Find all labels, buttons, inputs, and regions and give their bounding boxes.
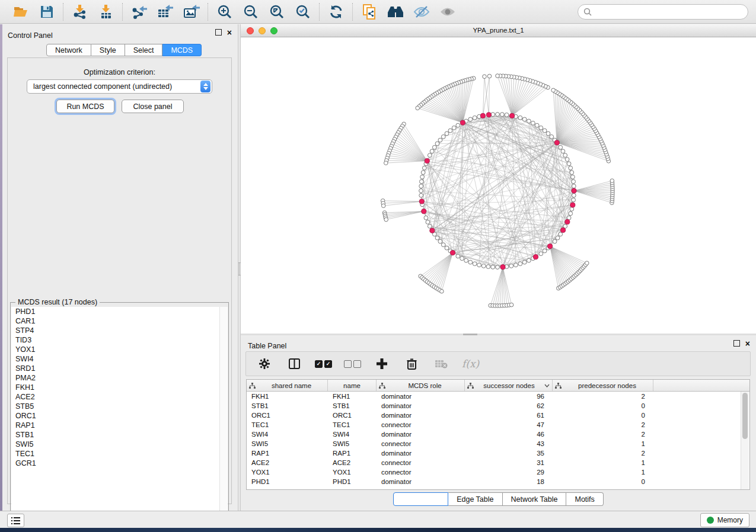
table-row[interactable]: FKH1FKH1dominator962 bbox=[247, 392, 749, 401]
cell-name[interactable]: YOX1 bbox=[328, 469, 377, 476]
zoom-fit-icon[interactable] bbox=[268, 4, 286, 20]
search-field[interactable] bbox=[578, 4, 748, 20]
cell-shared-name[interactable]: ORC1 bbox=[247, 412, 328, 419]
deselect-all-checkboxes-icon[interactable] bbox=[344, 360, 361, 368]
result-node-item[interactable]: YOX1 bbox=[11, 345, 219, 354]
import-network-icon[interactable] bbox=[71, 4, 89, 20]
result-node-item[interactable]: SRD1 bbox=[11, 364, 219, 373]
cell-MCDS-role[interactable]: connector bbox=[377, 469, 465, 476]
cell-shared-name[interactable]: STB1 bbox=[247, 402, 328, 409]
cell-successor-nodes[interactable]: 35 bbox=[465, 450, 553, 457]
float-panel-icon[interactable] bbox=[215, 29, 222, 36]
column-header-shared-name[interactable]: shared name bbox=[247, 380, 328, 391]
split-columns-icon[interactable] bbox=[285, 355, 303, 372]
cell-MCDS-role[interactable]: dominator bbox=[377, 412, 465, 419]
column-header-successor-nodes[interactable]: successor nodes bbox=[465, 380, 553, 391]
float-panel-icon[interactable] bbox=[733, 340, 740, 347]
cell-MCDS-role[interactable]: dominator bbox=[377, 393, 465, 400]
run-mcds-button[interactable]: Run MCDS bbox=[56, 100, 114, 113]
close-panel-icon[interactable]: × bbox=[745, 341, 750, 347]
zoom-selected-icon[interactable] bbox=[294, 4, 312, 20]
result-node-item[interactable]: STB5 bbox=[11, 402, 219, 411]
criterion-dropdown[interactable]: largest connected component (undirected) bbox=[27, 79, 212, 94]
column-header-MCDS-role[interactable]: MCDS role bbox=[377, 380, 465, 391]
cell-predecessor-nodes[interactable]: 0 bbox=[553, 402, 653, 409]
cell-successor-nodes[interactable]: 47 bbox=[465, 421, 553, 428]
result-node-item[interactable]: PHD1 bbox=[11, 307, 219, 316]
export-image-icon[interactable] bbox=[183, 4, 200, 20]
cell-shared-name[interactable]: PHD1 bbox=[247, 478, 328, 485]
show-all-eye-icon[interactable] bbox=[439, 4, 457, 20]
table-row[interactable]: TEC1TEC1connector472 bbox=[247, 420, 749, 430]
add-column-icon[interactable] bbox=[373, 355, 391, 372]
result-node-item[interactable]: SWI5 bbox=[11, 440, 219, 449]
table-row[interactable]: SWI4SWI4dominator462 bbox=[247, 430, 749, 439]
cell-MCDS-role[interactable]: connector bbox=[377, 459, 465, 466]
tab-network-table[interactable]: Network Table bbox=[503, 492, 567, 506]
cell-name[interactable]: SWI4 bbox=[328, 431, 377, 438]
tab-edge-table[interactable]: Edge Table bbox=[448, 492, 502, 506]
cell-shared-name[interactable]: YOX1 bbox=[247, 469, 328, 476]
cell-shared-name[interactable]: SWI4 bbox=[247, 431, 328, 438]
result-node-item[interactable]: TEC1 bbox=[11, 449, 219, 459]
result-node-item[interactable]: STP4 bbox=[11, 326, 219, 335]
result-node-item[interactable]: SWI4 bbox=[11, 354, 219, 364]
import-table-icon[interactable] bbox=[97, 4, 115, 20]
cell-successor-nodes[interactable]: 29 bbox=[465, 469, 553, 476]
result-list-scrollbar[interactable] bbox=[219, 307, 228, 520]
result-node-item[interactable]: CAR1 bbox=[11, 316, 219, 326]
table-row[interactable]: RAP1RAP1dominator352 bbox=[247, 448, 749, 458]
cell-name[interactable]: TEC1 bbox=[328, 421, 377, 428]
table-scrollbar-thumb[interactable] bbox=[742, 393, 748, 439]
cell-predecessor-nodes[interactable]: 2 bbox=[553, 431, 653, 438]
result-node-item[interactable]: RAP1 bbox=[11, 421, 219, 430]
tab-mcds[interactable]: MCDS bbox=[162, 44, 202, 56]
result-node-item[interactable]: PMA2 bbox=[11, 373, 219, 383]
cell-MCDS-role[interactable]: connector bbox=[377, 421, 465, 428]
cell-shared-name[interactable]: ACE2 bbox=[247, 459, 328, 466]
memory-button[interactable]: Memory bbox=[700, 513, 749, 527]
hide-selected-eye-icon[interactable] bbox=[413, 4, 430, 20]
cell-predecessor-nodes[interactable]: 2 bbox=[553, 450, 653, 457]
result-node-item[interactable]: FKH1 bbox=[11, 383, 219, 392]
table-row[interactable]: YOX1YOX1connector291 bbox=[247, 467, 749, 477]
cell-name[interactable]: STB1 bbox=[328, 402, 377, 409]
network-window-titlebar[interactable]: YPA_prune.txt_1 bbox=[241, 24, 756, 37]
close-panel-button[interactable]: Close panel bbox=[122, 100, 184, 113]
cell-predecessor-nodes[interactable]: 1 bbox=[553, 440, 653, 447]
search-input[interactable] bbox=[595, 7, 748, 17]
binoculars-icon[interactable] bbox=[387, 4, 404, 20]
save-icon[interactable] bbox=[38, 4, 56, 20]
cell-name[interactable]: ORC1 bbox=[328, 412, 377, 419]
cell-MCDS-role[interactable]: dominator bbox=[377, 431, 465, 438]
cell-MCDS-role[interactable]: connector bbox=[377, 440, 465, 447]
gear-icon[interactable] bbox=[256, 355, 273, 372]
export-table-icon[interactable] bbox=[157, 4, 174, 20]
zoom-out-icon[interactable] bbox=[242, 4, 260, 20]
cell-successor-nodes[interactable]: 43 bbox=[465, 440, 553, 447]
tab-network[interactable]: Network bbox=[46, 44, 91, 56]
cell-name[interactable]: SWI5 bbox=[328, 440, 377, 447]
cell-predecessor-nodes[interactable]: 2 bbox=[553, 393, 653, 400]
cell-shared-name[interactable]: TEC1 bbox=[247, 421, 328, 428]
tab-select[interactable]: Select bbox=[125, 44, 163, 56]
table-row[interactable]: STB1STB1dominator620 bbox=[247, 401, 749, 411]
result-node-item[interactable]: ACE2 bbox=[11, 392, 219, 402]
cell-predecessor-nodes[interactable]: 0 bbox=[553, 412, 653, 419]
table-row[interactable]: ACE2ACE2connector311 bbox=[247, 458, 749, 467]
cell-MCDS-role[interactable]: dominator bbox=[377, 402, 465, 409]
close-panel-icon[interactable]: × bbox=[227, 30, 232, 36]
open-folder-icon[interactable] bbox=[12, 4, 30, 20]
cell-shared-name[interactable]: SWI5 bbox=[247, 440, 328, 447]
copy-network-icon[interactable] bbox=[361, 4, 378, 20]
column-header-name[interactable]: name bbox=[328, 380, 377, 391]
refresh-icon[interactable] bbox=[327, 4, 345, 20]
table-scrollbar[interactable] bbox=[741, 392, 749, 489]
cell-MCDS-role[interactable]: dominator bbox=[377, 478, 465, 485]
tab-motifs[interactable]: Motifs bbox=[566, 492, 603, 506]
cell-name[interactable]: FKH1 bbox=[328, 393, 377, 400]
table-row[interactable]: SWI5SWI5connector431 bbox=[247, 439, 749, 448]
cell-successor-nodes[interactable]: 46 bbox=[465, 431, 553, 438]
cell-MCDS-role[interactable]: dominator bbox=[377, 450, 465, 457]
cell-predecessor-nodes[interactable]: 0 bbox=[553, 478, 653, 485]
